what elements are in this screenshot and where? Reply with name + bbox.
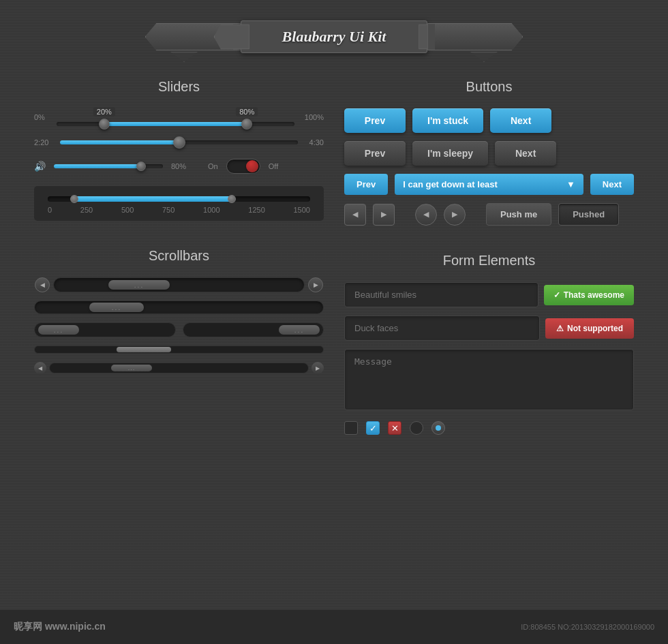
warning-icon-2: ⚠: [556, 324, 564, 333]
scrollbar-3b[interactable]: ...: [183, 322, 324, 337]
scroll-right-btn-bottom[interactable]: ▶: [312, 362, 324, 374]
toggle[interactable]: [226, 159, 260, 174]
button-row-3: Prev I can get down at least ▼ Next: [344, 174, 634, 195]
btn-push-me[interactable]: Push me: [486, 203, 551, 226]
range-label-1250: 1250: [248, 206, 264, 214]
toggle-knob: [246, 160, 258, 172]
radio-empty[interactable]: [410, 421, 423, 435]
range-slider-section: 0 250 500 750 1000 1250 1500: [34, 186, 324, 221]
slider-row-2: 2:20 4:30: [34, 138, 324, 147]
scroll-dots-2: ...: [112, 304, 121, 311]
radio-active[interactable]: [431, 421, 445, 435]
form-input-2[interactable]: [344, 316, 540, 341]
btn-dropdown-3[interactable]: I can get down at least ▼: [395, 174, 583, 195]
form-controls: ✓ ✕: [344, 421, 634, 435]
scrollbars-section: Scrollbars ◀ ... ▶ ...: [34, 248, 324, 374]
btn-next-1[interactable]: Next: [490, 108, 551, 133]
checkbox-x[interactable]: ✕: [388, 421, 401, 435]
scrollbar-1: ◀ ... ▶: [34, 277, 324, 292]
button-row-1: Prev I'm stuck Next: [344, 108, 634, 133]
btn-next-3[interactable]: Next: [590, 174, 634, 195]
btn-middle-1[interactable]: I'm stuck: [412, 108, 483, 133]
scroll-thumb-thin[interactable]: [117, 347, 171, 352]
sliders-title: Sliders: [34, 79, 324, 95]
form-field-2: ⚠ Not supported: [344, 316, 634, 341]
slider-2-track[interactable]: [60, 140, 298, 144]
slider-1-label1: 20%: [93, 107, 115, 117]
range-track[interactable]: [48, 196, 310, 202]
slider-1-track[interactable]: 20% 80%: [57, 122, 294, 126]
slider-1-thumb2[interactable]: [241, 119, 252, 129]
range-thumb2[interactable]: [228, 195, 236, 203]
form-field-1: ✓ Thats awesome: [344, 282, 634, 307]
btn-nav-left-square[interactable]: ◀: [344, 204, 366, 226]
btn-next-2[interactable]: Next: [495, 141, 556, 166]
btn-nav-left-circle[interactable]: ◀: [415, 204, 437, 226]
form-badge-1: ✓ Thats awesome: [544, 285, 634, 305]
slider-2-fill: [60, 140, 179, 144]
scroll-thumb-3a[interactable]: ...: [38, 325, 79, 335]
form-section: Form Elements ✓ Thats awesome ⚠ Not supp…: [344, 253, 634, 435]
volume-thumb[interactable]: [136, 162, 146, 171]
scroll-track-1[interactable]: ...: [53, 277, 305, 292]
banner-title: Blaubarry Ui Kit: [282, 28, 386, 46]
btn-prev-2[interactable]: Prev: [344, 141, 406, 166]
slider-2-max: 4:30: [303, 138, 324, 147]
footer-logo: 昵享网 www.nipic.cn: [14, 621, 106, 633]
range-thumb1[interactable]: [70, 195, 78, 203]
btn-prev-1[interactable]: Prev: [344, 108, 406, 133]
range-label-750: 750: [162, 206, 174, 214]
badge-1-text: Thats awesome: [564, 290, 624, 300]
scroll-right-btn-1[interactable]: ▶: [308, 277, 323, 292]
scroll-dots-3a: ...: [54, 326, 63, 334]
sliders-section: Sliders 0% 20% 80% 100%: [34, 79, 324, 221]
scroll-thumb-3b[interactable]: ...: [279, 325, 320, 335]
slider-row-1: 0% 20% 80% 100%: [34, 108, 324, 126]
footer: 昵享网 www.nipic.cn ID:808455 NO:2013032918…: [0, 610, 668, 644]
scroll-left-btn-1[interactable]: ◀: [35, 277, 50, 292]
btn-nav-right-square[interactable]: ▶: [373, 204, 395, 226]
range-label-1000: 1000: [203, 206, 219, 214]
range-label-1500: 1500: [293, 206, 309, 214]
slider-2-thumb[interactable]: [173, 136, 185, 149]
range-label-0: 0: [48, 206, 52, 214]
volume-track[interactable]: [54, 164, 163, 168]
form-title: Form Elements: [344, 253, 634, 269]
button-row-2: Prev I'm sleepy Next: [344, 141, 634, 166]
scrollbar-3a[interactable]: ...: [34, 322, 176, 337]
scroll-dots-3b: ...: [294, 326, 304, 334]
checkbox-checked[interactable]: ✓: [366, 421, 380, 435]
badge-2-text: Not supported: [567, 324, 623, 333]
banner: Blaubarry Ui Kit: [241, 20, 428, 53]
slider-1-max: 100%: [300, 113, 324, 121]
slider-row-3: 🔊 80% On Off: [34, 159, 324, 174]
volume-icon: 🔊: [34, 161, 46, 172]
scrollbar-2[interactable]: ...: [34, 301, 324, 314]
scroll-thumb-bottom[interactable]: ...: [111, 365, 152, 371]
checkbox-empty[interactable]: [344, 421, 358, 435]
scroll-dots-1: ...: [134, 281, 144, 289]
buttons-title: Buttons: [344, 79, 634, 95]
btn-pushed[interactable]: Pushed: [558, 203, 619, 226]
btn-prev-3[interactable]: Prev: [344, 174, 388, 195]
range-fill: [74, 196, 232, 202]
scroll-thumb-1[interactable]: ...: [108, 280, 170, 290]
scrollbar-row-2col: ... ...: [34, 322, 324, 337]
scrollbars-title: Scrollbars: [34, 248, 324, 264]
scrollbar-thin[interactable]: [34, 346, 324, 354]
radio-dot: [436, 425, 441, 431]
scroll-thumb-2[interactable]: ...: [89, 303, 144, 312]
scrollbar-bottom: ◀ ... ▶: [34, 362, 324, 374]
scroll-dots-bottom: ...: [128, 365, 136, 371]
form-badge-2: ⚠ Not supported: [545, 318, 634, 339]
form-textarea[interactable]: [344, 349, 634, 410]
btn-dropdown-label: I can get down at least: [403, 179, 498, 189]
scroll-left-btn-bottom[interactable]: ◀: [34, 362, 46, 374]
btn-nav-right-circle[interactable]: ▶: [444, 204, 466, 226]
form-input-1[interactable]: [344, 282, 538, 307]
slider-1-thumb1[interactable]: [99, 119, 110, 129]
volume-label: 80%: [171, 162, 186, 170]
slider-1-label2: 80%: [236, 107, 258, 117]
scroll-track-bottom[interactable]: ...: [49, 363, 309, 373]
btn-middle-2[interactable]: I'm sleepy: [412, 141, 488, 166]
